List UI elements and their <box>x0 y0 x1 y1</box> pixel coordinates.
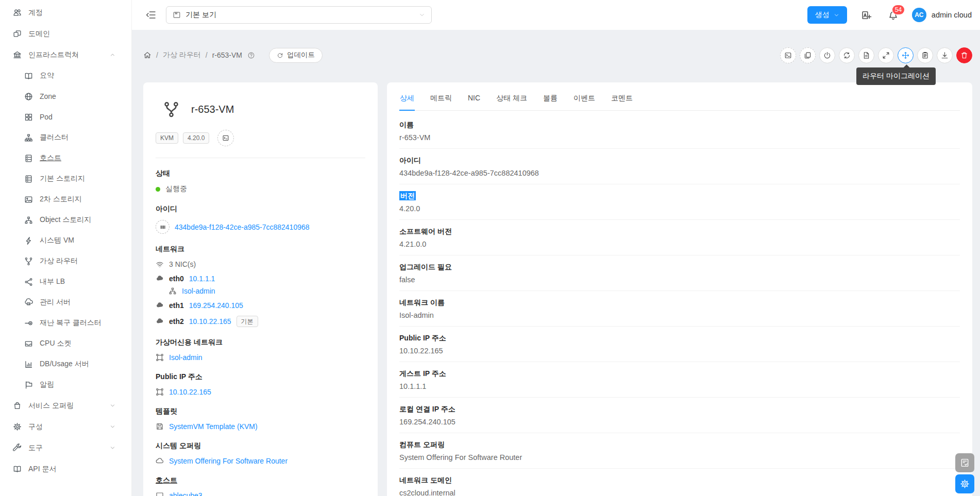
user-name[interactable]: admin cloud <box>932 11 972 19</box>
info-section-label: 상태 <box>156 169 365 178</box>
team-icon <box>13 8 22 17</box>
detail-label: 네트워크 이름 <box>399 298 445 307</box>
update-button[interactable]: 업데이트 <box>269 48 323 63</box>
sidebar-item-alerts[interactable]: 알림 <box>0 374 131 395</box>
virtual-router-icon <box>163 101 180 118</box>
wifi-icon <box>156 260 164 268</box>
sidebar-item-object-storage[interactable]: Object 스토리지 <box>0 210 131 230</box>
link[interactable]: 10.1.1.1 <box>189 275 215 283</box>
tasks-button[interactable] <box>955 453 974 472</box>
tab-details[interactable]: 상세 <box>399 85 415 111</box>
notifications-button[interactable]: 54 <box>888 10 899 21</box>
sidebar-item-hosts[interactable]: 호스트 <box>0 148 131 168</box>
sidebar-item-accounts[interactable]: 계정 <box>0 2 131 23</box>
scale-router-button[interactable] <box>878 47 894 63</box>
tab-comments[interactable]: 코멘트 <box>611 85 633 110</box>
appstore-icon <box>24 113 33 122</box>
link[interactable]: 434bde9a-f128-42ce-a985-7cc882410968 <box>175 223 310 231</box>
tab-volumes[interactable]: 볼륨 <box>543 85 558 110</box>
menu-fold-icon[interactable] <box>146 10 156 20</box>
detail-row: 아이디434bde9a-f128-42ce-a985-7cc882410968 <box>399 149 960 184</box>
sidebar-item-label: DB/Usage 서버 <box>40 360 89 369</box>
detail-card: 상세메트릭NIC상태 체크볼륨이벤트코멘트 이름r-653-VM아이디434bd… <box>387 82 972 496</box>
sidebar-item-api-docs[interactable]: API 문서 <box>0 458 131 480</box>
delete-router-button[interactable] <box>956 47 972 63</box>
nic-name: eth1 <box>169 301 184 310</box>
tab-metrics[interactable]: 메트릭 <box>430 85 452 110</box>
sidebar-item-dr-clusters[interactable]: 재난 복구 클러스터 <box>0 313 131 333</box>
info-section-label: 시스템 오퍼링 <box>156 441 365 451</box>
sidebar-item-zones[interactable]: Zone <box>0 86 131 107</box>
copy-icon <box>804 52 812 59</box>
sidebar-item-configuration[interactable]: 구성 <box>0 416 131 437</box>
desktop-icon <box>156 491 164 496</box>
tab-nic[interactable]: NIC <box>467 85 481 110</box>
detail-value: false <box>399 276 960 284</box>
sidebar-item-label: Zone <box>40 92 56 100</box>
status-dot-running <box>156 187 160 192</box>
stop-router-button[interactable] <box>819 47 835 63</box>
link[interactable]: 169.254.240.105 <box>189 301 243 310</box>
console-icon <box>784 52 792 59</box>
resource-tag: KVM <box>156 132 178 144</box>
health-checks-button[interactable] <box>917 47 933 63</box>
migrate-router-button[interactable] <box>898 47 914 63</box>
sidebar-item-tools[interactable]: 도구 <box>0 437 131 458</box>
create-button[interactable]: 생성 <box>807 6 847 24</box>
cloudfill-icon <box>156 317 164 326</box>
sidebar-item-label: 재난 복구 클러스터 <box>40 318 102 328</box>
link[interactable]: Isol-admin <box>182 287 215 295</box>
picture-icon <box>24 195 33 204</box>
sidebar-item-label: 알림 <box>40 380 54 389</box>
barcode-badge <box>156 220 170 234</box>
sidebar-item-infrastructure[interactable]: 인프라스트럭쳐 <box>0 44 131 65</box>
resource-title: r-653-VM <box>191 104 234 115</box>
sidebar-item-db-usage-server[interactable]: DB/Usage 서버 <box>0 354 131 374</box>
detail-label: 컴퓨트 오퍼링 <box>399 440 445 449</box>
sidebar: 계정도메인인프라스트럭쳐요약ZonePod클러스터호스트기본 스토리지2차 스토… <box>0 0 132 496</box>
breadcrumb-virtual-routers[interactable]: 가상 라우터 <box>163 50 201 60</box>
barchart-icon <box>24 360 33 369</box>
sidebar-item-domains[interactable]: 도메인 <box>0 23 131 44</box>
sidebar-item-cpu-sockets[interactable]: CPU 소켓 <box>0 333 131 354</box>
link[interactable]: System Offering For Software Router <box>169 457 288 465</box>
get-diagnostics-button[interactable] <box>858 47 874 63</box>
sidebar-item-internal-lb[interactable]: 내부 LB <box>0 271 131 292</box>
sidebar-item-secondary-storage[interactable]: 2차 스토리지 <box>0 189 131 210</box>
link[interactable]: SystemVM Template (KVM) <box>169 422 258 431</box>
link[interactable]: 10.10.22.165 <box>169 388 211 396</box>
info-row: eth1169.254.240.105 <box>156 301 365 310</box>
sidebar-item-primary-storage[interactable]: 기본 스토리지 <box>0 168 131 189</box>
chevron-down-icon <box>834 12 839 18</box>
sidebar-item-summary[interactable]: 요약 <box>0 65 131 86</box>
link[interactable]: 10.10.22.165 <box>189 317 231 326</box>
info-section-host: 호스트ablecube3 <box>156 476 365 496</box>
sidebar-item-pods[interactable]: Pod <box>0 107 131 127</box>
console-button[interactable] <box>780 47 796 63</box>
reboot-router-button[interactable] <box>839 47 855 63</box>
tab-health-check[interactable]: 상태 체크 <box>496 85 528 110</box>
copy-button[interactable] <box>800 47 816 63</box>
sidebar-item-clusters[interactable]: 클러스터 <box>0 127 131 148</box>
sidebar-item-virtual-routers[interactable]: 가상 라우터 <box>0 251 131 271</box>
question-circle-icon[interactable] <box>247 52 255 59</box>
view-selector[interactable]: 기본 보기 <box>166 6 432 24</box>
info-row: 3 NIC(s) <box>156 260 365 268</box>
sidebar-item-management-servers[interactable]: 관리 서버 <box>0 292 131 313</box>
home-icon[interactable] <box>143 51 151 59</box>
info-text: 실행중 <box>165 184 187 194</box>
sidebar-item-system-vms[interactable]: 시스템 VM <box>0 230 131 251</box>
sidebar-item-label: 도구 <box>28 443 43 453</box>
bolt-icon <box>24 236 33 245</box>
translate-icon[interactable] <box>861 10 872 21</box>
settings-button[interactable] <box>955 474 974 493</box>
link[interactable]: ablecube3 <box>169 491 202 496</box>
sidebar-item-service-offerings[interactable]: 서비스 오퍼링 <box>0 395 131 416</box>
info-card: r-653-VM KVM4.20.0 상태실행중아이디434bde9a-f128… <box>143 82 378 496</box>
tab-events[interactable]: 이벤트 <box>573 85 596 110</box>
info-section-system-offering: 시스템 오퍼링System Offering For Software Rout… <box>156 441 365 465</box>
console-button[interactable] <box>217 130 234 146</box>
link[interactable]: Isol-admin <box>169 353 202 362</box>
avatar[interactable]: AC <box>912 8 926 22</box>
download-button[interactable] <box>937 47 953 63</box>
